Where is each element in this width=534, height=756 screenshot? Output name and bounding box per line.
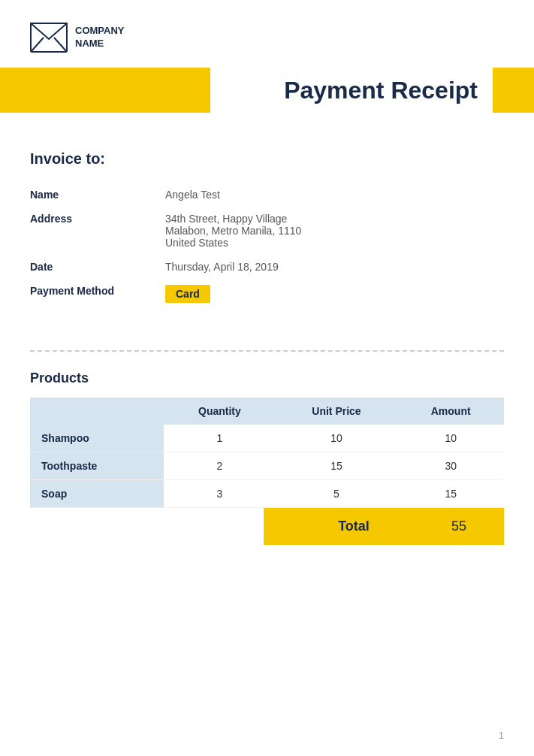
col-header-amount: Amount <box>397 398 504 425</box>
col-header-product <box>30 398 164 425</box>
total-value: 55 <box>429 519 489 534</box>
table-row: Soap 3 5 15 <box>30 480 504 508</box>
col-header-unit-price: Unit Price <box>276 398 398 425</box>
company-logo-icon <box>30 23 68 53</box>
date-label: Date <box>30 255 165 279</box>
product-unit-price: 10 <box>276 425 398 452</box>
invoice-payment-row: Payment Method Card <box>30 279 504 309</box>
page: COMPANY NAME Payment Receipt Invoice to:… <box>0 0 534 756</box>
invoice-date-row: Date Thursday, April 18, 2019 <box>30 255 504 279</box>
payment-method-value: Card <box>165 279 504 309</box>
svg-marker-1 <box>31 23 67 39</box>
company-name: COMPANY NAME <box>75 25 124 50</box>
product-quantity: 3 <box>164 480 275 508</box>
invoice-name-row: Name Angela Test <box>30 183 504 207</box>
section-divider <box>30 350 504 352</box>
col-header-quantity: Quantity <box>164 398 275 425</box>
product-quantity: 2 <box>164 452 275 480</box>
product-unit-price: 15 <box>276 452 398 480</box>
address-line2: Malabon, Metro Manila, 1110 <box>165 225 301 237</box>
page-title: Payment Receipt <box>210 77 493 104</box>
total-label: Total <box>279 519 429 534</box>
payment-method-label: Payment Method <box>30 279 165 309</box>
products-heading: Products <box>30 370 504 386</box>
company-name-line1: COMPANY <box>75 25 124 38</box>
product-name: Shampoo <box>30 425 164 452</box>
total-row: Total 55 <box>30 508 504 545</box>
page-number: 1 <box>499 730 504 741</box>
products-table: Quantity Unit Price Amount Shampoo 1 10 … <box>30 398 504 508</box>
name-value: Angela Test <box>165 183 504 207</box>
product-quantity: 1 <box>164 425 275 452</box>
invoice-section: Invoice to: Name Angela Test Address 34t… <box>0 135 534 331</box>
table-row: Toothpaste 2 15 30 <box>30 452 504 480</box>
date-value: Thursday, April 18, 2019 <box>165 255 504 279</box>
invoice-details-table: Name Angela Test Address 34th Street, Ha… <box>30 183 504 309</box>
address-line1: 34th Street, Happy Village <box>165 213 287 225</box>
product-name: Toothpaste <box>30 452 164 480</box>
name-label: Name <box>30 183 165 207</box>
invoice-address-row: Address 34th Street, Happy Village Malab… <box>30 207 504 255</box>
address-line3: United States <box>165 237 228 249</box>
product-amount: 10 <box>397 425 504 452</box>
product-amount: 30 <box>397 452 504 480</box>
product-amount: 15 <box>397 480 504 508</box>
title-bar-right-accent <box>493 68 534 113</box>
table-row: Shampoo 1 10 10 <box>30 425 504 452</box>
title-bar: Payment Receipt <box>0 68 534 113</box>
address-label: Address <box>30 207 165 255</box>
company-name-line2: NAME <box>75 38 124 50</box>
products-section: Products Quantity Unit Price Amount Sham… <box>0 370 534 545</box>
invoice-to-heading: Invoice to: <box>30 150 504 168</box>
logo-area: COMPANY NAME <box>0 0 534 68</box>
product-name: Soap <box>30 480 164 508</box>
total-box: Total 55 <box>264 508 504 545</box>
svg-line-3 <box>54 38 67 52</box>
product-unit-price: 5 <box>276 480 398 508</box>
products-table-header-row: Quantity Unit Price Amount <box>30 398 504 425</box>
address-value: 34th Street, Happy Village Malabon, Metr… <box>165 207 504 255</box>
payment-badge: Card <box>165 285 210 303</box>
svg-line-2 <box>31 38 44 52</box>
title-bar-left-accent <box>0 68 210 113</box>
